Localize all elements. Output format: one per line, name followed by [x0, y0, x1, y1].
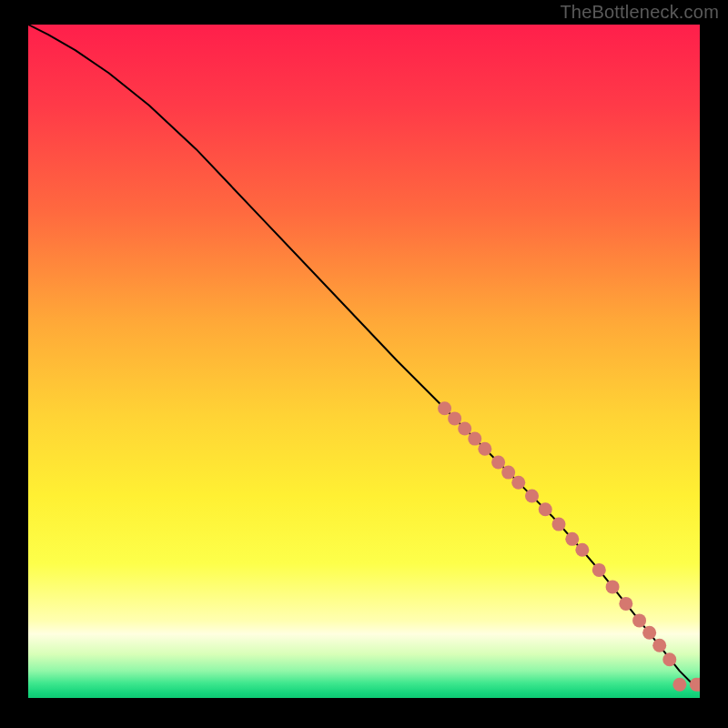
gradient-background [28, 25, 700, 698]
data-marker [662, 652, 676, 666]
data-marker [458, 422, 471, 436]
plot-area [28, 25, 700, 698]
data-marker [525, 490, 539, 503]
chart-frame: TheBottleneck.com [0, 0, 728, 728]
data-marker [619, 597, 632, 611]
data-marker [438, 401, 451, 415]
data-marker [478, 442, 491, 456]
data-marker [652, 639, 666, 652]
data-marker [606, 580, 620, 593]
data-marker [448, 411, 461, 425]
data-marker [491, 456, 505, 470]
data-marker [501, 466, 515, 480]
data-marker [552, 518, 566, 531]
data-marker [468, 432, 481, 446]
data-marker [539, 502, 552, 516]
data-marker [575, 543, 589, 557]
chart-svg [28, 25, 700, 698]
data-marker [672, 678, 686, 692]
data-marker [511, 476, 525, 490]
data-marker [632, 613, 646, 627]
data-marker [565, 532, 579, 546]
attribution-label: TheBottleneck.com [560, 2, 719, 23]
data-marker [592, 563, 606, 577]
data-marker [642, 626, 656, 640]
